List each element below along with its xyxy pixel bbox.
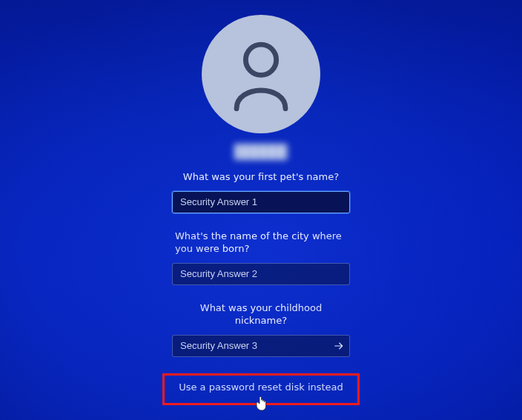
question-3-label: What was your childhood nickname?	[176, 301, 346, 327]
username-label	[234, 144, 288, 160]
avatar	[202, 15, 320, 133]
security-questions-form: What was your first pet's name? What's t…	[172, 170, 350, 373]
answer-1-row	[172, 191, 350, 213]
question-1-label: What was your first pet's name?	[183, 170, 339, 184]
pointer-cursor-icon	[255, 396, 267, 411]
answer-1-input[interactable]	[172, 191, 350, 213]
arrow-right-icon	[333, 340, 345, 352]
answer-3-input[interactable]	[172, 335, 350, 357]
submit-button[interactable]	[328, 335, 350, 357]
answer-2-row	[172, 263, 350, 285]
person-icon	[228, 37, 294, 111]
use-reset-disk-link[interactable]: Use a password reset disk instead	[179, 381, 343, 393]
question-2-label: What's the name of the city where you we…	[175, 230, 347, 256]
alt-link-highlight-box: Use a password reset disk instead	[162, 373, 360, 405]
answer-3-row	[172, 335, 350, 357]
answer-2-input[interactable]	[172, 263, 350, 285]
account-header	[202, 15, 320, 160]
svg-point-0	[245, 44, 276, 75]
